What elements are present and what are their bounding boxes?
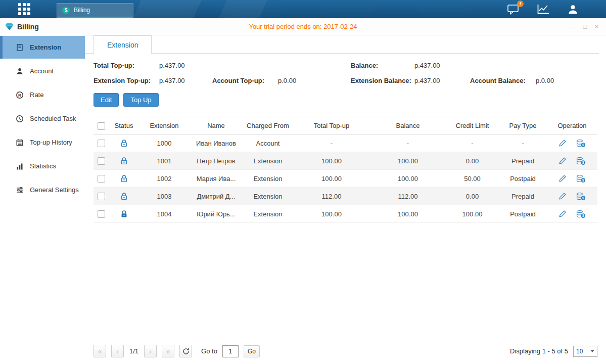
cell-name: Петр Петров	[190, 152, 243, 170]
sidebar-item-extension[interactable]: Extension	[0, 36, 85, 59]
first-page-button[interactable]: «	[94, 345, 106, 357]
bar-chart-icon	[16, 162, 24, 170]
cell-name: Иван Иванов	[190, 134, 243, 152]
tab-extension[interactable]: Extension	[94, 35, 152, 54]
go-button[interactable]: Go	[244, 345, 260, 357]
page-size-select[interactable]: 10	[573, 346, 597, 357]
cell-credit-limit: 0.00	[446, 188, 499, 205]
refresh-button[interactable]	[179, 345, 192, 357]
account-icon	[16, 67, 24, 75]
cell-name: Юрий Юрь...	[190, 205, 243, 223]
cell-charged-from: Extension	[243, 152, 293, 170]
app-grid-icon[interactable]	[18, 3, 30, 15]
cell-pay-type: Prepaid	[499, 188, 547, 205]
edit-icon[interactable]	[558, 157, 567, 165]
cell-balance: -	[370, 134, 446, 152]
sidebar-item-general-settings[interactable]: General Settings	[0, 178, 85, 201]
sidebar-item-topup-history[interactable]: Top-up History	[0, 131, 85, 154]
cell-total-topup: -	[293, 134, 370, 152]
svg-text:$: $	[582, 143, 584, 147]
column-pay-type: Pay Type	[499, 117, 547, 134]
edit-icon[interactable]	[558, 192, 567, 200]
row-checkbox[interactable]	[98, 193, 105, 200]
extension-icon	[16, 43, 24, 52]
sidebar-item-label: Scheduled Task	[30, 115, 76, 122]
window-titlebar: Billing Your trial period ends on: 2017-…	[0, 18, 606, 35]
prev-page-button[interactable]: ‹	[111, 345, 124, 357]
user-icon[interactable]	[567, 4, 579, 15]
sidebar-item-scheduled-task[interactable]: Scheduled Task	[0, 107, 85, 130]
page-indicator: 1/1	[129, 347, 138, 355]
sidebar-item-account[interactable]: Account	[0, 60, 85, 82]
extension-balance-value: p.437.00	[414, 77, 470, 84]
top-up-button[interactable]: Top Up	[123, 93, 158, 107]
total-topup-value: p.437.00	[159, 62, 212, 69]
row-checkbox[interactable]	[98, 157, 105, 165]
chat-icon[interactable]: !	[507, 4, 520, 15]
cell-pay-type: Postpaid	[499, 170, 547, 188]
topup-icon[interactable]: $	[576, 192, 586, 201]
cell-extension: 1000	[139, 134, 190, 152]
topbar-tab-billing[interactable]: $ Billing	[57, 3, 133, 18]
sidebar-item-rate[interactable]: R Rate	[0, 83, 85, 106]
topup-icon[interactable]: $	[576, 157, 586, 165]
cell-charged-from: Account	[243, 134, 293, 152]
dollar-icon: $	[62, 7, 70, 14]
maximize-button[interactable]: □	[583, 23, 587, 30]
row-checkbox[interactable]	[98, 210, 105, 218]
cell-pay-type: -	[499, 134, 547, 152]
sidebar-item-label: Extension	[30, 43, 61, 51]
row-checkbox[interactable]	[98, 140, 105, 147]
column-status: Status	[109, 117, 139, 134]
last-page-button[interactable]: »	[162, 345, 174, 357]
cell-pay-type: Postpaid	[499, 205, 547, 223]
sidebar-item-statistics[interactable]: Statistics	[0, 155, 85, 177]
chart-icon[interactable]	[537, 4, 550, 15]
edit-icon[interactable]	[558, 139, 567, 147]
edit-button[interactable]: Edit	[94, 93, 119, 107]
next-page-button[interactable]: ›	[144, 345, 157, 357]
cell-credit-limit: 0.00	[446, 152, 499, 170]
topup-icon[interactable]: $	[576, 174, 586, 183]
billing-gem-icon	[5, 23, 14, 30]
cell-extension: 1002	[139, 170, 190, 188]
cell-extension: 1004	[139, 205, 190, 223]
balance-summary: Total Top-up: p.437.00 Balance: p.437.00…	[85, 54, 606, 84]
topbar-tab-label: Billing	[74, 7, 90, 14]
topbar: $ Billing !	[0, 0, 606, 18]
column-charged-from: Charged From	[243, 117, 293, 134]
edit-icon[interactable]	[558, 210, 567, 218]
close-button[interactable]: ×	[594, 23, 598, 30]
window-title-text: Billing	[17, 23, 39, 31]
unlocked-icon	[120, 174, 128, 183]
cell-balance: 100.00	[370, 170, 446, 188]
table-row: 1004 Юрий Юрь... Extension 100.00 100.00…	[94, 205, 597, 223]
cell-total-topup: 100.00	[293, 170, 370, 188]
select-all-checkbox[interactable]	[98, 122, 105, 130]
balance-value: p.437.00	[414, 62, 470, 69]
row-checkbox[interactable]	[98, 175, 105, 183]
table-row: 1001 Петр Петров Extension 100.00 100.00…	[94, 152, 597, 170]
calendar-icon	[16, 139, 24, 147]
cell-credit-limit: -	[446, 134, 499, 152]
window-title: Billing	[0, 23, 39, 31]
cell-balance: 100.00	[370, 152, 446, 170]
goto-page-input[interactable]	[222, 345, 239, 357]
total-topup-label: Total Top-up:	[94, 62, 159, 69]
main-content: Extension Total Top-up: p.437.00 Balance…	[85, 35, 606, 364]
locked-icon	[120, 210, 128, 218]
edit-icon[interactable]	[558, 174, 567, 183]
minimize-button[interactable]: –	[572, 23, 575, 30]
balance-label: Balance:	[351, 62, 414, 69]
unlocked-icon	[120, 192, 128, 201]
topup-icon[interactable]: $	[576, 210, 586, 218]
topup-icon[interactable]: $	[576, 139, 586, 148]
chevron-down-icon	[590, 350, 594, 352]
goto-label: Go to	[201, 347, 217, 355]
account-topup-label: Account Top-up:	[212, 77, 278, 84]
sidebar-item-label: Account	[30, 67, 54, 75]
account-balance-label: Account Balance:	[470, 77, 536, 84]
sidebar-item-label: General Settings	[30, 186, 79, 194]
cell-balance: 100.00	[370, 205, 446, 223]
unlocked-icon	[120, 157, 128, 165]
